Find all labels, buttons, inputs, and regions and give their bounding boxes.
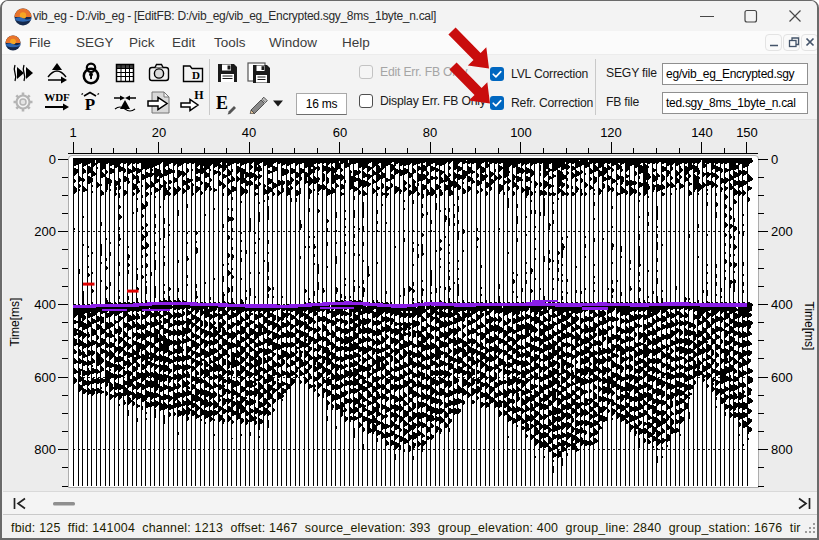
svg-text:600: 600: [34, 370, 56, 385]
svg-text:Time[ms]: Time[ms]: [8, 298, 22, 347]
svg-text:600: 600: [771, 370, 793, 385]
svg-text:Time[ms]: Time[ms]: [802, 302, 816, 351]
svg-text:400: 400: [771, 297, 793, 312]
svg-text:800: 800: [34, 442, 56, 457]
svg-text:200: 200: [771, 224, 793, 239]
svg-text:200: 200: [34, 224, 56, 239]
svg-text:0: 0: [771, 152, 778, 167]
svg-text:800: 800: [771, 442, 793, 457]
svg-text:0: 0: [49, 152, 56, 167]
